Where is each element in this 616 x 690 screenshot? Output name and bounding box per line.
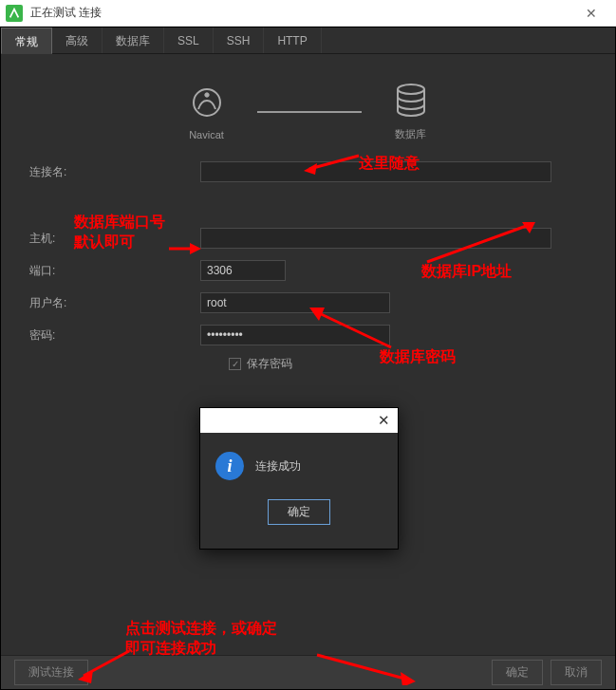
tab-ssl[interactable]: SSL	[164, 28, 214, 53]
bottom-bar: 测试连接 确定 取消	[1, 655, 615, 689]
host-input[interactable]	[200, 228, 551, 249]
ok-button[interactable]: 确定	[492, 660, 543, 685]
info-icon: i	[215, 452, 244, 480]
diagram-right-label: 数据库	[395, 127, 426, 141]
diagram-left-label: Navicat	[189, 129, 224, 140]
save-password-label: 保存密码	[247, 356, 292, 372]
tab-general[interactable]: 常规	[1, 28, 52, 54]
password-label: 密码:	[29, 327, 200, 344]
port-label: 端口:	[29, 263, 200, 279]
username-label: 用户名:	[29, 295, 200, 311]
host-label: 主机:	[29, 231, 200, 247]
test-connection-button[interactable]: 测试连接	[14, 660, 88, 685]
svg-point-1	[204, 92, 208, 96]
message-popup: ✕ i 连接成功 确定	[199, 407, 399, 550]
tab-ssh[interactable]: SSH	[214, 28, 265, 53]
svg-point-2	[398, 84, 424, 94]
popup-titlebar: ✕	[200, 408, 398, 433]
tab-strip: 常规 高级 数据库 SSL SSH HTTP	[1, 28, 615, 54]
tab-advanced[interactable]: 高级	[52, 28, 103, 53]
window-close-button[interactable]: ✕	[572, 0, 610, 27]
tab-http[interactable]: HTTP	[264, 28, 321, 53]
tab-database[interactable]: 数据库	[103, 28, 164, 53]
titlebar: 正在测试 连接 ✕	[0, 0, 616, 27]
popup-message: 连接成功	[255, 458, 301, 475]
diagram-line	[257, 111, 362, 113]
save-password-checkbox[interactable]: ✓	[229, 358, 241, 370]
connection-diagram: Navicat 数据库	[1, 54, 615, 151]
navicat-icon	[187, 84, 227, 123]
cancel-button[interactable]: 取消	[551, 660, 602, 685]
database-icon	[392, 83, 430, 121]
connection-name-input[interactable]	[200, 161, 551, 182]
popup-close-button[interactable]: ✕	[378, 412, 390, 429]
form: 连接名: 主机: 端口: 用户名: 密码:	[1, 151, 615, 372]
connection-name-label: 连接名:	[29, 164, 200, 180]
username-input[interactable]	[200, 292, 390, 313]
password-input[interactable]	[200, 325, 390, 345]
app-icon	[6, 5, 23, 22]
popup-ok-button[interactable]: 确定	[268, 499, 330, 525]
window-title: 正在测试 连接	[30, 5, 102, 21]
dialog-body: 常规 高级 数据库 SSL SSH HTTP Navicat	[0, 27, 616, 690]
port-input[interactable]	[200, 260, 286, 281]
save-password-row: ✓ 保存密码	[229, 356, 587, 372]
